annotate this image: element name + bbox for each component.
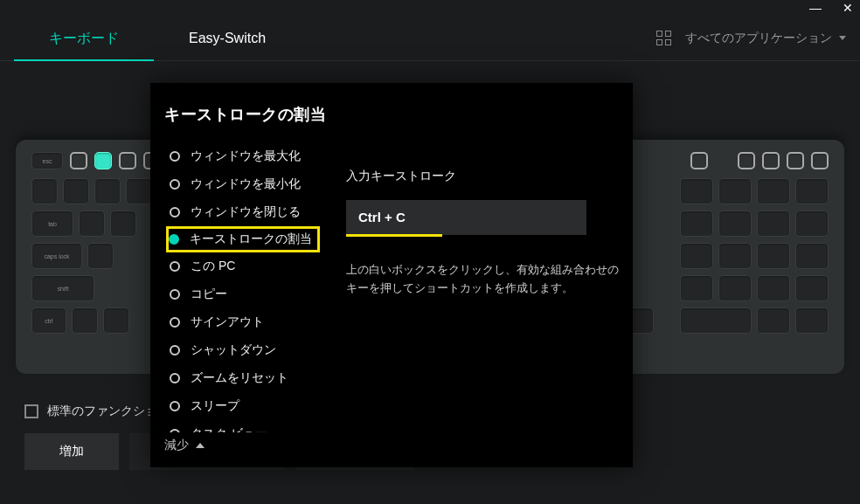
option-minimize-window[interactable]: ウィンドウを最小化 xyxy=(166,170,320,198)
tab-keyboard[interactable]: キーボード xyxy=(14,16,154,61)
radio-icon xyxy=(170,261,180,272)
radio-icon xyxy=(170,207,180,217)
keystroke-input-pane: 入力キーストローク Ctrl + C 上の白いボックスをクリックし、有効な組み合… xyxy=(346,142,619,432)
modal-title: キーストロークの割当 xyxy=(164,104,619,125)
window-titlebar: — ✕ xyxy=(0,0,860,16)
radio-icon xyxy=(170,289,180,300)
radio-icon xyxy=(170,401,180,411)
collapse-button[interactable]: 減少 xyxy=(164,432,619,453)
option-this-pc[interactable]: この PC xyxy=(166,252,320,280)
option-reset-zoom[interactable]: ズームをリセット xyxy=(166,364,320,392)
option-keystroke-assignment[interactable]: キーストロークの割当 xyxy=(166,226,320,252)
app-selector[interactable]: すべてのアプリケーション xyxy=(685,31,846,46)
app-selector-label: すべてのアプリケーション xyxy=(685,31,832,46)
keystroke-input[interactable]: Ctrl + C xyxy=(346,200,586,235)
add-button[interactable]: 増加 xyxy=(24,433,119,470)
close-button[interactable]: ✕ xyxy=(843,2,853,14)
option-task-view[interactable]: タスク ビュー xyxy=(166,420,320,432)
chevron-down-icon xyxy=(839,36,846,40)
option-maximize-window[interactable]: ウィンドウを最大化 xyxy=(166,142,320,170)
minimize-button[interactable]: — xyxy=(809,2,822,14)
radio-icon xyxy=(170,151,180,162)
chevron-up-icon xyxy=(196,443,205,448)
radio-icon xyxy=(170,317,180,328)
option-sleep[interactable]: スリープ xyxy=(166,392,320,420)
input-label: 入力キーストローク xyxy=(346,169,619,184)
radio-icon xyxy=(170,345,180,356)
top-nav: キーボード Easy-Switch すべてのアプリケーション xyxy=(0,16,860,61)
assignment-option-list: ウィンドウを最大化 ウィンドウを最小化 ウィンドウを閉じる キーストロークの割当… xyxy=(164,142,320,432)
keystroke-assignment-modal: キーストロークの割当 ウィンドウを最大化 ウィンドウを最小化 ウィンドウを閉じる… xyxy=(150,83,633,467)
option-shutdown[interactable]: シャットダウン xyxy=(166,336,320,364)
collapse-label: 減少 xyxy=(164,438,189,453)
option-close-window[interactable]: ウィンドウを閉じる xyxy=(166,198,320,226)
radio-icon xyxy=(169,234,179,245)
option-sign-out[interactable]: サインアウト xyxy=(166,308,320,336)
checkbox-icon xyxy=(24,404,38,418)
input-help-text: 上の白いボックスをクリックし、有効な組み合わせのキーを押してショートカットを作成… xyxy=(346,261,619,298)
radio-icon xyxy=(170,373,180,383)
main-area: esc tab caps lock xyxy=(0,61,860,504)
tab-easy-switch[interactable]: Easy-Switch xyxy=(154,16,301,61)
option-copy[interactable]: コピー xyxy=(166,280,320,308)
radio-icon xyxy=(170,179,180,190)
app-grid-icon[interactable] xyxy=(656,31,671,45)
